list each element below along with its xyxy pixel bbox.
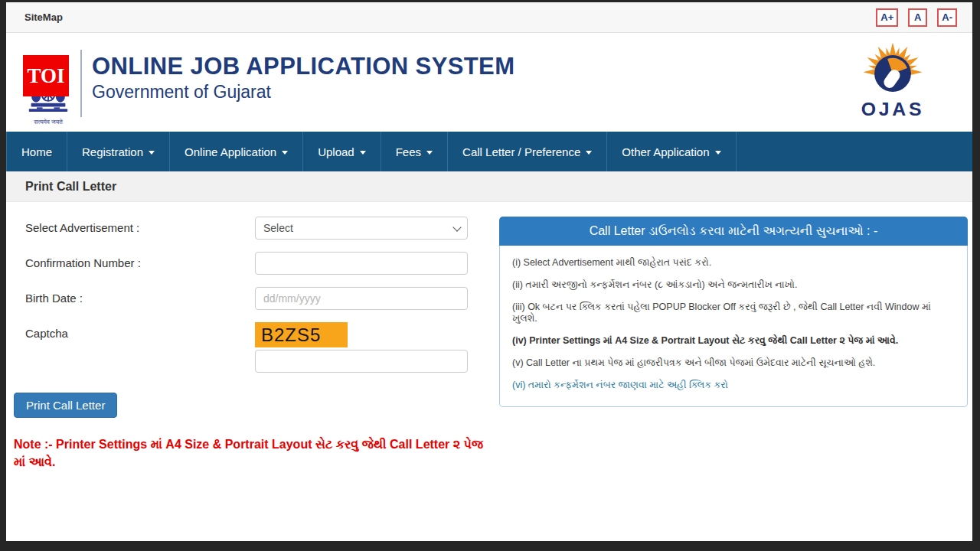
- site-header: TOI: [6, 33, 972, 132]
- chevron-down-icon: [715, 151, 721, 155]
- page: SiteMap A+ A A- TOI: [6, 2, 972, 541]
- advertisement-select[interactable]: Select: [255, 217, 468, 240]
- nav-online-application[interactable]: Online Application: [170, 132, 303, 171]
- instruction-item-1: (i) Select Advertisement માથી જાહેરાત પસ…: [512, 257, 955, 269]
- instruction-item-6-confirmation-link[interactable]: (vi) તમારો કન્ફર્મેશન નંબર જાણવા માટે અહ…: [512, 380, 955, 391]
- nav-registration[interactable]: Registration: [67, 132, 170, 171]
- main-content: Select Advertisement : Select Confirmati…: [6, 202, 972, 540]
- printer-settings-note: Note :- Printer Settings માં A4 Size & P…: [14, 435, 495, 471]
- form-row-confirmation: Confirmation Number :: [25, 252, 481, 275]
- sitemap-link[interactable]: SiteMap: [24, 11, 63, 23]
- nav-call-letter-preference-label: Call Letter / Preference: [462, 145, 580, 158]
- captcha-input[interactable]: [255, 350, 468, 373]
- birth-date-label: Birth Date :: [25, 287, 255, 310]
- toi-watermark: TOI: [23, 55, 69, 96]
- instruction-item-5: (v) Call Letter ના પ્રથમ પેજ માં હાજરીપત…: [512, 357, 955, 369]
- captcha-label: Captcha: [25, 322, 255, 373]
- font-normal-button[interactable]: A: [908, 8, 927, 27]
- emblem-motto: सत्यमेव जयते: [24, 119, 72, 126]
- call-letter-form: Select Advertisement : Select Confirmati…: [6, 217, 481, 373]
- nav-call-letter-preference[interactable]: Call Letter / Preference: [448, 132, 607, 171]
- instruction-item-3: (iii) Ok બટન પર ક્લિક કરતાં પહેલા POPUP …: [512, 302, 955, 324]
- font-size-controls: A+ A A-: [876, 8, 957, 27]
- instructions-panel-title: Call Letter ડાઉનલોડ કરવા માટેની અગત્યની …: [499, 217, 968, 246]
- confirmation-number-label: Confirmation Number :: [25, 252, 255, 275]
- nav-fees-label: Fees: [396, 145, 421, 158]
- form-row-birthdate: Birth Date :: [25, 287, 481, 310]
- government-logo-block: TOI: [23, 39, 84, 129]
- birth-date-input[interactable]: [255, 287, 468, 310]
- main-navigation: Home Registration Online Application Upl…: [6, 132, 972, 171]
- form-row-advertisement: Select Advertisement : Select: [25, 217, 481, 240]
- site-title: ONLINE JOB APPLICATION SYSTEM: [92, 54, 514, 80]
- print-call-letter-button[interactable]: Print Call Letter: [14, 393, 117, 418]
- ojas-logo-text: OJAS: [861, 99, 924, 119]
- chevron-down-icon: [360, 151, 366, 155]
- instruction-item-4: (iv) Printer Settings માં A4 Size & Port…: [512, 335, 955, 347]
- captcha-image: B2ZS5: [255, 322, 348, 347]
- chevron-down-icon: [426, 151, 433, 155]
- top-bar: SiteMap A+ A A-: [6, 2, 972, 33]
- font-increase-button[interactable]: A+: [876, 8, 898, 27]
- header-titles: ONLINE JOB APPLICATION SYSTEM Government…: [92, 54, 514, 103]
- nav-home[interactable]: Home: [6, 132, 67, 171]
- form-row-captcha: Captcha B2ZS5: [25, 322, 481, 373]
- nav-online-application-label: Online Application: [185, 145, 276, 158]
- screenshot-frame: SiteMap A+ A A- TOI: [0, 0, 980, 551]
- advertisement-label: Select Advertisement :: [25, 217, 255, 240]
- nav-other-application[interactable]: Other Application: [607, 132, 736, 171]
- nav-home-label: Home: [21, 145, 52, 158]
- site-subtitle: Government of Gujarat: [92, 82, 514, 103]
- chevron-down-icon: [282, 151, 288, 155]
- instructions-panel: Call Letter ડાઉનલોડ કરવા માટેની અગત્યની …: [499, 217, 968, 407]
- nav-fees[interactable]: Fees: [381, 132, 448, 171]
- page-title: Print Call Letter: [6, 171, 972, 202]
- instruction-item-2: (ii) તમારી અરજીનો કન્ફર્મેશન નંબર (૮ આંક…: [512, 279, 955, 291]
- confirmation-number-input[interactable]: [255, 252, 468, 275]
- chevron-down-icon: [149, 151, 155, 155]
- ojas-sun-icon: OJAS: [858, 37, 928, 128]
- header-divider: [80, 50, 82, 117]
- font-decrease-button[interactable]: A-: [937, 8, 957, 27]
- ojas-logo: OJAS: [858, 37, 928, 128]
- nav-upload-label: Upload: [318, 145, 354, 158]
- chevron-down-icon: [586, 151, 592, 155]
- nav-registration-label: Registration: [82, 145, 143, 158]
- instructions-panel-body: (i) Select Advertisement માથી જાહેરાત પસ…: [499, 246, 968, 407]
- nav-other-application-label: Other Application: [622, 145, 709, 158]
- nav-upload[interactable]: Upload: [303, 132, 381, 171]
